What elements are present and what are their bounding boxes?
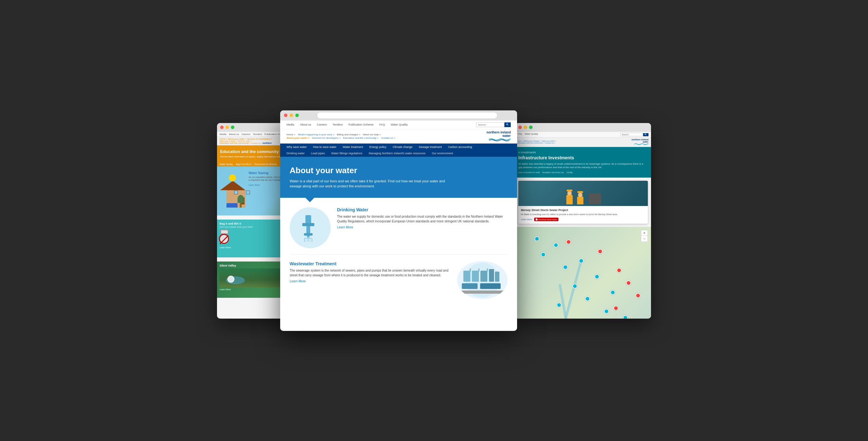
bc-whats[interactable]: What's happening in your area > [298,133,334,136]
main-close-dot[interactable] [284,113,287,117]
bc-education[interactable]: Education and the community > [343,137,378,139]
map-pin-6[interactable] [594,274,598,278]
nav-carbon[interactable]: Carbon accounting [448,145,472,148]
rnav-wq[interactable]: Water Quality [525,133,538,136]
nav-careers[interactable]: Careers [241,133,250,136]
nav-managing[interactable]: Managing Northern Ireland's water resour… [369,152,426,155]
map-pin-11[interactable] [603,309,608,313]
maximize-dot[interactable] [231,126,235,129]
map-pin-4[interactable] [578,258,583,263]
tnav-tenders[interactable]: Tenders [333,123,343,126]
nav-environment[interactable]: Our environment [432,152,453,155]
close-dot[interactable] [220,126,224,129]
worker-1 [566,195,573,204]
nav-media[interactable]: Media [219,133,226,136]
subnav-bagit[interactable]: Bag it and Bin it [236,163,251,165]
nav-climate[interactable]: Climate change [393,145,412,148]
map-pin-5[interactable] [563,265,567,269]
right-search-input[interactable] [620,133,643,136]
bc-contact[interactable]: Contact us > [381,137,395,139]
map-pin-red-2[interactable] [597,249,602,253]
map-pin-3[interactable] [540,252,545,257]
main-url-bar[interactable] [317,112,497,119]
zoom-control: + − [641,230,648,242]
zoom-in-button[interactable]: + [641,230,648,236]
nav-about[interactable]: About us [229,133,239,136]
silent-link[interactable]: Learn More [219,288,281,291]
nav-how-save[interactable]: How to save water [313,145,336,148]
map-pin-red-6[interactable] [613,306,618,310]
nav-lead[interactable]: Lead pipes [311,152,325,155]
water-saving-link[interactable]: Learn More [249,184,260,186]
right-search-btn[interactable]: 🔍 [643,133,649,136]
ww-description: The sewerage system is the network of se… [290,268,451,278]
main-navigation: Why save water How to save water Water t… [280,143,517,157]
bagit-link[interactable]: Learn More [219,246,231,248]
tewater-services: tewater services ac [542,171,564,174]
map-pin-7[interactable] [572,283,577,288]
map-pin-8[interactable] [610,290,614,294]
subnav-schools[interactable]: Resources for Schools [255,163,277,165]
search-input[interactable] [476,123,504,127]
rbc-contact[interactable]: Contact us > [545,142,556,144]
tnav-wq[interactable]: Water Quality [391,123,408,126]
map-pin-red-4[interactable] [626,280,630,285]
dw-title: Drinking Water [337,207,507,212]
nav-water-treat[interactable]: Water treatment [343,145,363,148]
map-pin-2[interactable] [553,243,558,247]
silent-cell: Silent Valley Learn More [217,262,283,298]
bc-services[interactable]: Services for developers > [312,137,341,139]
ww-link[interactable]: Learn More [290,279,451,283]
bc-home[interactable]: Home > [286,133,295,136]
map-pin-1[interactable] [534,236,538,241]
nav-fittings[interactable]: Water fittings regulations [331,152,363,155]
house-illustration [220,170,245,211]
map-pin-red-1[interactable] [566,239,570,244]
nav-drinking[interactable]: Drinking water [286,152,305,155]
bc-home[interactable]: Home > About your water > Services for d… [219,138,272,140]
nav-why-save[interactable]: Why save water [286,145,307,148]
subnav-watersaving[interactable]: Water Saving [219,163,233,165]
map-pin-red-7[interactable] [600,318,605,318]
tnav-careers[interactable]: Careers [317,123,327,126]
svg-rect-18 [470,268,471,272]
bc-billing[interactable]: Billing and charges > [337,133,361,136]
search-button[interactable]: 🔍 [504,123,511,127]
card-download-btn[interactable]: 📄 Download latest report [534,218,558,221]
main-maximize-dot[interactable] [295,113,299,117]
right-search-box: 🔍 [620,133,649,136]
tnav-faq[interactable]: FAQ [379,123,385,126]
map-pin-9[interactable] [585,296,589,301]
bc-education[interactable]: Education and the community > [219,142,250,144]
map-pin-red-3[interactable] [616,268,621,272]
right-logo: northern ireland water [631,138,649,146]
bc-about[interactable]: About your water > [286,137,310,139]
map-pin-10[interactable] [556,303,561,307]
right-minimize-dot[interactable] [524,126,527,129]
tnav-about[interactable]: About us [300,123,311,126]
right-close-dot[interactable] [518,126,522,129]
map-pin-12[interactable] [623,315,627,318]
main-top-nav: Media About us Careers Tenders Publicati… [280,121,517,129]
right-maximize-dot[interactable] [529,126,532,129]
tnav-media[interactable]: Media [286,123,294,126]
main-minimize-dot[interactable] [290,113,293,117]
svg-rect-17 [459,291,506,294]
bagit-cell: Bag it and Bin it Don't put rubbish down… [217,219,283,258]
faucet-svg [298,213,323,242]
dw-link[interactable]: Learn More [337,226,507,229]
map-pin-red-5[interactable] [635,293,640,298]
rnav-faq[interactable]: FAQ [518,133,522,136]
nav-tenders[interactable]: Tenders [253,133,262,136]
minimize-dot[interactable] [225,126,229,129]
nav-energy[interactable]: Energy policy [369,145,386,148]
rbc-education[interactable]: Education and the community > [518,142,544,144]
bc-need[interactable]: Need our help > [363,133,381,136]
card-learn-more[interactable]: Learn More [521,218,532,220]
nav-sewage[interactable]: Sewage treatment [419,145,442,148]
hero-description: Water is a vital part of our lives and w… [290,178,447,189]
svg-rect-16 [480,283,501,289]
wastewater-section: Wastewater Treatment The sewerage system… [290,261,507,299]
tnav-pub[interactable]: Publication Scheme [348,123,374,126]
zoom-out-button[interactable]: − [641,236,648,242]
